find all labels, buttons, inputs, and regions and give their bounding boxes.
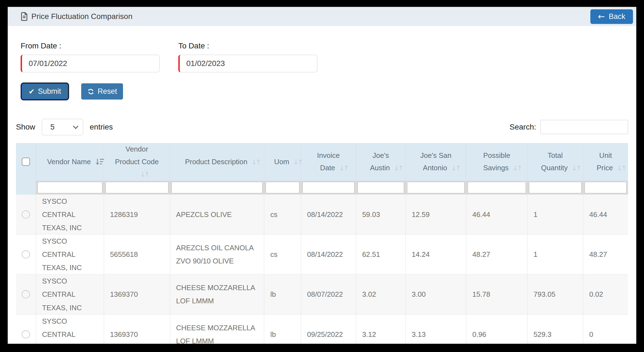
- cell-uom: cs: [264, 194, 301, 234]
- row-select-radio[interactable]: [22, 210, 30, 219]
- cell-joes-austin: 62.51: [356, 235, 405, 274]
- select-all-header: [16, 143, 36, 181]
- filter-input-product-description[interactable]: [171, 182, 263, 193]
- cell-joes-austin: 3.12: [356, 314, 405, 344]
- reset-button-label: Reset: [98, 87, 117, 96]
- cell-invoice-date: 08/14/2022: [301, 235, 356, 274]
- cell-possible-savings: 46.44: [466, 194, 527, 234]
- column-header-product-description[interactable]: Product Description↓↑: [170, 143, 264, 181]
- column-label: Unit Price: [597, 151, 613, 172]
- column-header-vendor-product-code[interactable]: Vendor Product Code↓↑: [104, 143, 170, 181]
- reset-button[interactable]: Reset: [81, 83, 123, 100]
- filter-input-vendor-name[interactable]: [37, 182, 102, 193]
- table-head: Vendor Name Vend: [16, 143, 628, 194]
- row-select-cell: [16, 274, 36, 314]
- column-label: Uom: [274, 158, 289, 166]
- cell-uom: cs: [264, 235, 301, 274]
- cell-joes-austin: 59.03: [356, 194, 405, 234]
- form-actions: ✔ Submit Reset: [16, 83, 628, 100]
- filter-input-joes-austin[interactable]: [358, 182, 404, 193]
- filter-input-uom[interactable]: [266, 182, 299, 193]
- filter-input-invoice-date[interactable]: [302, 182, 354, 193]
- filter-input-unit-price[interactable]: [585, 182, 627, 193]
- sort-both-icon: ↓↑: [339, 164, 348, 172]
- cell-uom: lb: [264, 314, 301, 344]
- entries-label: entries: [90, 123, 113, 131]
- page-size-select[interactable]: 5: [42, 119, 83, 135]
- row-select-radio[interactable]: [22, 330, 30, 339]
- submit-button[interactable]: ✔ Submit: [22, 84, 68, 99]
- column-label: Invoice Date: [317, 151, 340, 172]
- back-button[interactable]: ← Back: [590, 9, 633, 24]
- search-input[interactable]: [541, 120, 628, 134]
- column-header-total-quantity[interactable]: Total Quantity↓↑: [527, 143, 583, 181]
- column-header-unit-price[interactable]: Unit Price↓↑: [583, 143, 628, 181]
- row-select-radio[interactable]: [22, 290, 30, 298]
- date-filter-form: From Date : To Date :: [16, 42, 628, 72]
- table-row: SYSCO CENTRAL TEXAS, INC 1369370 CHEESE …: [16, 314, 628, 344]
- cell-invoice-date: 09/25/2022: [301, 314, 356, 344]
- cell-possible-savings: 0.96: [466, 314, 527, 344]
- sort-both-icon: ↓↑: [251, 158, 260, 166]
- back-arrow-icon: ←: [598, 12, 605, 21]
- cell-vendor-name: SYSCO CENTRAL TEXAS, INC: [36, 235, 104, 274]
- price-comparison-table-container: Vendor Name Vend: [16, 143, 628, 344]
- cell-joes-austin: 3.02: [356, 274, 405, 314]
- column-header-possible-savings[interactable]: Possible Savings↓↑: [466, 143, 527, 181]
- column-label: Possible Savings: [483, 151, 510, 172]
- from-date-label: From Date :: [21, 42, 160, 50]
- cell-joes-san-antonio: 12.59: [406, 194, 466, 234]
- row-select-radio[interactable]: [22, 250, 30, 258]
- cell-total-quantity: 1: [527, 235, 583, 274]
- show-entries-group: Show 5 entries: [16, 119, 113, 135]
- filter-input-total-quantity[interactable]: [529, 182, 582, 193]
- table-body: SYSCO CENTRAL TEXAS, INC 1286319 APEZCLS…: [16, 194, 628, 344]
- column-header-joes-san-antonio[interactable]: Joe's San Antonio↓↑: [406, 143, 466, 181]
- check-icon: ✔: [29, 88, 35, 95]
- filter-input-joes-san-antonio[interactable]: [407, 182, 465, 193]
- cell-product-description: CHEESE MOZZARELLA LOF LMMM: [170, 274, 264, 314]
- column-header-vendor-name[interactable]: Vendor Name: [36, 143, 104, 181]
- table-controls: Show 5 entries Search:: [16, 119, 628, 135]
- column-label: Vendor Name: [47, 158, 91, 166]
- cell-vendor-product-code: 1369370: [104, 274, 170, 314]
- sort-both-icon: ↓↑: [572, 164, 580, 172]
- cell-joes-san-antonio: 3.13: [406, 314, 466, 344]
- back-button-label: Back: [609, 12, 625, 21]
- cell-unit-price: 48.27: [583, 235, 628, 274]
- cell-vendor-product-code: 1286319: [104, 194, 170, 234]
- price-comparison-table: Vendor Name Vend: [16, 143, 628, 344]
- to-date-input[interactable]: [178, 55, 317, 72]
- cell-vendor-name: SYSCO CENTRAL TEXAS, INC: [36, 314, 104, 344]
- cell-total-quantity: 529.3: [527, 314, 583, 344]
- from-date-input[interactable]: [21, 55, 160, 72]
- table-row: SYSCO CENTRAL TEXAS, INC 1369370 CHEESE …: [16, 274, 628, 314]
- sort-both-icon: ↓↑: [293, 158, 302, 166]
- sort-both-icon: ↓↑: [140, 170, 149, 178]
- filter-input-possible-savings[interactable]: [468, 182, 526, 193]
- column-header-joes-austin[interactable]: Joe's Austin↓↑: [356, 143, 405, 181]
- cell-vendor-product-code: 5655618: [104, 235, 170, 274]
- document-icon: [20, 12, 28, 21]
- filter-input-vendor-product-code[interactable]: [105, 182, 168, 193]
- column-label: Product Description: [185, 158, 247, 166]
- cell-unit-price: 0.02: [583, 274, 628, 314]
- filter-spacer-cell: [16, 181, 36, 195]
- select-all-checkbox[interactable]: [22, 158, 30, 166]
- table-row: SYSCO CENTRAL TEXAS, INC 5655618 AREZCLS…: [16, 235, 628, 274]
- cell-unit-price: 46.44: [583, 194, 628, 234]
- cell-vendor-name: SYSCO CENTRAL TEXAS, INC: [36, 274, 104, 314]
- column-label: Total Quantity: [541, 151, 568, 172]
- cell-possible-savings: 15.78: [466, 274, 527, 314]
- sync-icon: [87, 88, 94, 95]
- column-header-invoice-date[interactable]: Invoice Date↓↑: [301, 143, 356, 181]
- cell-total-quantity: 793.05: [527, 274, 583, 314]
- cell-invoice-date: 08/14/2022: [301, 194, 356, 234]
- to-date-field-group: To Date :: [178, 42, 317, 72]
- cell-possible-savings: 48.27: [466, 235, 527, 274]
- cell-vendor-product-code: 1369370: [104, 314, 170, 344]
- sort-both-icon: ↓↑: [394, 164, 403, 172]
- sort-descending-icon: [95, 158, 105, 166]
- column-header-uom[interactable]: Uom↓↑: [264, 143, 301, 181]
- table-row: SYSCO CENTRAL TEXAS, INC 1286319 APEZCLS…: [16, 194, 628, 234]
